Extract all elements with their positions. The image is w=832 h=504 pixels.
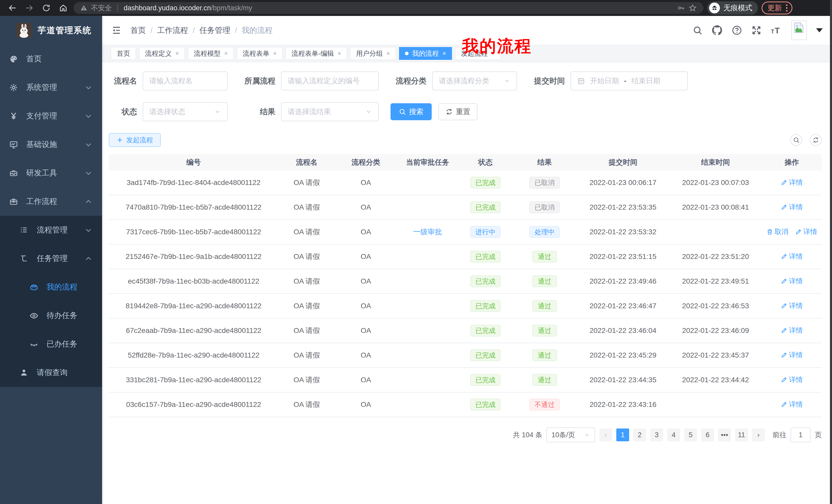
detail-action-link[interactable]: 详情 (781, 375, 803, 384)
tab-close-icon[interactable]: × (386, 50, 390, 57)
browser-menu-icon[interactable] (786, 4, 787, 11)
breadcrumb-home[interactable]: 首页 (130, 25, 146, 36)
sidebar-item-done-tasks[interactable]: 已办任务 (0, 330, 102, 358)
sidebar-item-devtools[interactable]: 研发工具 (0, 159, 102, 187)
page-button[interactable]: 6 (701, 428, 714, 441)
main-area: 首页 / 工作流程 / 任务管理 / 我的流程 我的流程 TT 首页 流程定义 … (102, 16, 832, 504)
tab-close-icon[interactable]: × (273, 50, 277, 57)
detail-action-link[interactable]: 详情 (781, 351, 803, 360)
breadcrumb-workflow[interactable]: 工作流程 (157, 25, 188, 36)
status-badge: 已完成 (470, 275, 501, 287)
help-icon[interactable] (732, 25, 742, 35)
fullscreen-icon[interactable] (751, 25, 761, 35)
forward-icon[interactable] (23, 1, 36, 15)
page-button[interactable]: 11 (735, 428, 748, 441)
update-button[interactable]: 更新 (761, 2, 792, 15)
search-icon[interactable] (693, 25, 702, 35)
sidebar-collapse-icon[interactable] (111, 25, 122, 35)
sidebar-item-system[interactable]: 系统管理 (0, 73, 102, 102)
prev-page-button[interactable]: ‹ (599, 428, 612, 441)
avatar-dropdown-icon[interactable] (816, 28, 823, 32)
tab[interactable]: 我的流程 × (399, 47, 452, 60)
cell-category: OA (335, 376, 397, 384)
result-select[interactable]: 请选择流结果 (281, 102, 379, 121)
tab-close-icon[interactable]: × (175, 50, 179, 57)
tab-close-icon[interactable]: × (442, 50, 446, 57)
cell-result: 已取消 (513, 201, 577, 213)
sidebar-item-process-mgmt[interactable]: 流程管理 (0, 216, 102, 244)
status-badge: 已完成 (470, 300, 501, 312)
refresh-table-button[interactable] (810, 134, 822, 146)
detail-action-link[interactable]: 详情 (781, 178, 803, 187)
page-size-select[interactable]: 10条/页 (546, 427, 595, 442)
avatar[interactable] (791, 21, 807, 40)
tab-close-icon[interactable]: × (338, 50, 341, 57)
breadcrumb-task-mgmt[interactable]: 任务管理 (200, 25, 230, 36)
app-title: 芋道管理系统 (37, 25, 92, 36)
sidebar-item-leave-query[interactable]: 请假查询 (0, 358, 102, 387)
process-name-input[interactable] (143, 72, 228, 90)
detail-action-link[interactable]: 详情 (781, 400, 803, 409)
detail-action-link[interactable]: 详情 (781, 252, 803, 261)
cell-process-name: OA 请假 (279, 276, 335, 286)
page-button[interactable]: 3 (650, 428, 663, 441)
goto-page-input[interactable] (790, 427, 811, 442)
sidebar-item-workflow[interactable]: 工作流程 (0, 187, 102, 216)
status-select[interactable]: 请选择状态 (143, 102, 228, 121)
detail-action-link[interactable]: 详情 (781, 326, 803, 335)
cancel-action-link[interactable]: 取消 (766, 227, 788, 236)
detail-action-link[interactable]: 详情 (781, 301, 803, 310)
page-button[interactable]: 4 (667, 428, 680, 441)
page-ellipsis[interactable]: ••• (718, 428, 731, 441)
reload-icon[interactable] (40, 1, 53, 15)
tab-close-icon[interactable]: × (224, 50, 228, 57)
chevron-down-icon (365, 108, 372, 115)
cell-status: 已完成 (459, 300, 513, 312)
detail-action-link[interactable]: 详情 (781, 202, 803, 212)
toggle-search-button[interactable] (790, 134, 802, 146)
bookmark-star-icon[interactable] (688, 4, 697, 12)
home-icon[interactable] (57, 1, 70, 15)
detail-action-link[interactable]: 详情 (795, 227, 817, 236)
logo-image (17, 23, 31, 38)
sidebar-item-infra[interactable]: 基础设施 (0, 130, 102, 159)
tab[interactable]: 流程表单 × (237, 47, 283, 60)
cell-actions: 详情 (762, 178, 822, 188)
window-scrollbar[interactable] (830, 0, 832, 504)
page-button[interactable]: 1 (616, 428, 629, 441)
detail-action-link[interactable]: 详情 (781, 276, 803, 286)
address-bar[interactable]: 不安全 dashboard.yudao.iocoder.cn/bpm/task/… (74, 2, 703, 14)
cell-result: 已取消 (513, 177, 577, 189)
tab[interactable]: 首页 (111, 47, 136, 60)
key-icon[interactable] (677, 4, 685, 12)
font-size-icon[interactable]: TT (771, 25, 782, 35)
table-row: 7470a810-7b9b-11ec-b5b7-acde48001122 OA … (109, 195, 822, 220)
column-header: 流程分类 (335, 158, 397, 167)
page-button[interactable]: 2 (633, 428, 646, 441)
definition-input[interactable] (281, 72, 379, 90)
tab[interactable]: 流程模型 × (188, 47, 234, 60)
category-select[interactable]: 请选择流程分类 (432, 72, 517, 90)
active-tab-dot-icon (405, 52, 409, 55)
page-list: 123456•••11 (616, 428, 748, 441)
sidebar-item-home[interactable]: 首页 (0, 45, 102, 73)
search-button[interactable]: 搜索 (391, 103, 432, 120)
status-badge: 通过 (532, 374, 557, 386)
date-range-picker[interactable]: 开始日期 - 结束日期 (571, 72, 688, 90)
next-page-button[interactable]: › (752, 428, 765, 441)
page-button[interactable]: 5 (684, 428, 697, 441)
sidebar-item-my-process[interactable]: 我的流程 (0, 273, 102, 301)
tab[interactable]: 流程定义 × (139, 47, 185, 60)
sidebar-item-task-mgmt[interactable]: 任务管理 (0, 244, 102, 273)
tab[interactable]: 流程表单-编辑 × (286, 47, 347, 60)
tab[interactable]: 用户分组 × (350, 47, 396, 60)
reset-button[interactable]: 重置 (438, 103, 477, 120)
chevron-down-icon (85, 141, 92, 148)
sidebar-item-payment[interactable]: 支付管理 (0, 102, 102, 130)
current-task-link[interactable]: 一级审批 (413, 228, 442, 236)
create-process-button[interactable]: 发起流程 (109, 133, 161, 147)
github-icon[interactable] (712, 25, 723, 36)
cell-result: 通过 (513, 374, 577, 386)
back-icon[interactable] (6, 1, 19, 15)
sidebar-item-todo-tasks[interactable]: 待办任务 (0, 301, 102, 330)
